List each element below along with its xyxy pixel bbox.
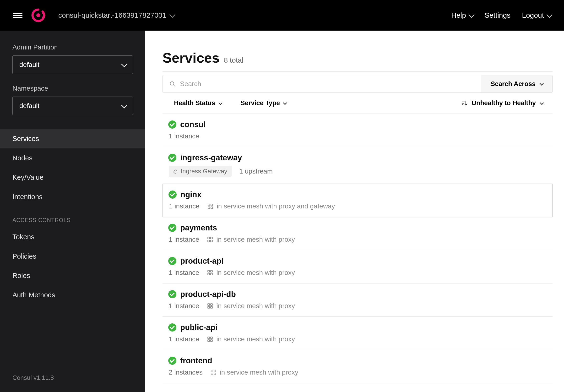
search-bar: Search Across xyxy=(163,75,552,93)
instance-count: 1 instance xyxy=(169,132,199,140)
service-item[interactable]: consul1 instance xyxy=(163,114,552,147)
service-name[interactable]: product-api xyxy=(180,256,223,266)
instance-count: 2 instances xyxy=(169,369,203,376)
chevron-down-icon xyxy=(468,12,474,18)
service-item[interactable]: nginx1 instancein service mesh with prox… xyxy=(163,183,552,217)
svg-point-2 xyxy=(43,14,44,16)
svg-rect-19 xyxy=(208,304,210,306)
sidebar-item-keyvalue[interactable]: Key/Value xyxy=(0,168,145,187)
service-item[interactable]: frontend2 instancesin service mesh with … xyxy=(163,350,552,383)
mesh-label: in service mesh with proxy xyxy=(207,269,295,277)
datacenter-name: consul-quickstart-1663917827001 xyxy=(58,11,166,19)
svg-rect-15 xyxy=(208,270,210,272)
svg-rect-25 xyxy=(208,340,210,342)
topbar: consul-quickstart-1663917827001 Help Set… xyxy=(0,0,564,31)
svg-rect-8 xyxy=(211,204,213,206)
datacenter-selector[interactable]: consul-quickstart-1663917827001 xyxy=(58,11,174,19)
health-check-icon xyxy=(168,224,176,232)
service-name[interactable]: consul xyxy=(180,120,206,129)
main-content: Services 8 total Search Across Health St… xyxy=(145,31,564,392)
health-check-icon xyxy=(168,257,176,265)
mesh-icon xyxy=(207,270,213,276)
chevron-down-icon xyxy=(283,101,287,105)
sidebar-item-nodes[interactable]: Nodes xyxy=(0,148,145,168)
service-list: consul1 instanceingress-gatewayIngress G… xyxy=(163,113,552,383)
sidebar-item-services[interactable]: Services xyxy=(0,129,145,148)
service-item[interactable]: public-api1 instancein service mesh with… xyxy=(163,317,552,350)
instance-count: 1 instance xyxy=(169,202,200,210)
sidebar-item-auth-methods[interactable]: Auth Methods xyxy=(0,285,145,305)
service-name[interactable]: ingress-gateway xyxy=(180,153,242,162)
mesh-icon xyxy=(207,336,213,342)
page-title: Services xyxy=(163,50,220,66)
svg-rect-24 xyxy=(210,337,212,339)
sidebar-item-policies[interactable]: Policies xyxy=(0,247,145,266)
service-item[interactable]: ingress-gatewayIngress Gateway1 upstream xyxy=(163,147,552,184)
svg-rect-22 xyxy=(210,307,212,308)
search-across-button[interactable]: Search Across xyxy=(481,75,552,93)
chevron-down-icon xyxy=(218,101,222,105)
mesh-label: in service mesh with proxy xyxy=(207,302,295,310)
svg-rect-20 xyxy=(210,304,212,306)
service-name[interactable]: public-api xyxy=(180,323,218,332)
svg-rect-11 xyxy=(208,237,210,239)
instance-count: 1 instance xyxy=(169,269,199,277)
upstream-count: 1 upstream xyxy=(239,168,273,175)
mesh-icon xyxy=(210,369,217,376)
chevron-down-icon xyxy=(540,82,544,85)
chevron-down-icon xyxy=(546,12,552,18)
svg-rect-30 xyxy=(214,373,216,375)
settings-link[interactable]: Settings xyxy=(485,11,510,19)
admin-partition-label: Admin Partition xyxy=(13,43,133,51)
service-name[interactable]: product-api-db xyxy=(180,290,236,299)
search-icon xyxy=(169,81,176,87)
consul-logo[interactable] xyxy=(31,8,45,22)
svg-rect-10 xyxy=(211,207,213,209)
svg-rect-12 xyxy=(210,237,212,239)
instance-count: 1 instance xyxy=(169,236,199,243)
health-check-icon xyxy=(168,120,176,129)
mesh-label: in service mesh with proxy xyxy=(210,369,298,376)
page-subtitle: 8 total xyxy=(224,56,244,64)
health-check-icon xyxy=(168,323,176,332)
service-item[interactable]: payments1 instancein service mesh with p… xyxy=(163,217,552,250)
service-item[interactable]: product-api-db1 instancein service mesh … xyxy=(163,283,552,317)
service-name[interactable]: nginx xyxy=(180,190,201,199)
chevron-down-icon xyxy=(121,61,127,67)
mesh-icon xyxy=(207,236,213,243)
health-check-icon xyxy=(168,290,176,298)
chevron-down-icon xyxy=(169,12,175,18)
mesh-label: in service mesh with proxy xyxy=(207,335,295,343)
svg-rect-27 xyxy=(211,370,213,372)
service-name[interactable]: payments xyxy=(180,223,217,232)
sidebar-item-intentions[interactable]: Intentions xyxy=(0,187,145,207)
health-check-icon xyxy=(168,357,176,365)
help-link[interactable]: Help xyxy=(451,11,473,19)
sidebar: Admin Partition default Namespace defaul… xyxy=(0,31,145,392)
filter-service-type[interactable]: Service Type xyxy=(241,99,286,107)
access-controls-header: ACCESS CONTROLS xyxy=(0,207,145,227)
svg-rect-13 xyxy=(208,240,210,242)
sort-selector[interactable]: Unhealthy to Healthy xyxy=(461,99,543,107)
admin-partition-select[interactable]: default xyxy=(13,56,133,74)
svg-rect-16 xyxy=(210,270,212,272)
svg-rect-17 xyxy=(208,273,210,275)
svg-point-3 xyxy=(42,16,43,18)
svg-rect-14 xyxy=(210,240,212,242)
logout-link[interactable]: Logout xyxy=(522,11,551,19)
menu-icon[interactable] xyxy=(13,11,22,20)
gateway-icon xyxy=(173,169,178,174)
svg-rect-26 xyxy=(210,340,212,342)
service-item[interactable]: product-api1 instancein service mesh wit… xyxy=(163,250,552,283)
sidebar-item-tokens[interactable]: Tokens xyxy=(0,227,145,247)
service-name[interactable]: frontend xyxy=(180,356,212,365)
svg-rect-9 xyxy=(208,207,210,209)
search-input[interactable] xyxy=(180,80,474,88)
filter-health-status[interactable]: Health Status xyxy=(174,99,221,107)
svg-rect-28 xyxy=(214,370,216,372)
sidebar-item-roles[interactable]: Roles xyxy=(0,266,145,285)
namespace-select[interactable]: default xyxy=(13,97,133,115)
mesh-label: in service mesh with proxy xyxy=(207,236,295,243)
svg-rect-6 xyxy=(175,172,176,173)
namespace-label: Namespace xyxy=(13,85,133,92)
